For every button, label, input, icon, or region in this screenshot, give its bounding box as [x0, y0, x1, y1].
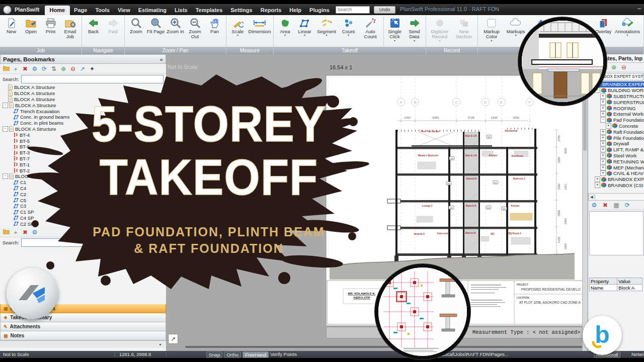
canvas-hscrollbar[interactable] [185, 346, 583, 348]
spacer[interactable] [3, 85, 7, 89]
plus-icon[interactable]: ＋ [12, 66, 19, 72]
template-tree-item[interactable]: +SUBSTRUCTURE [588, 94, 644, 100]
menu-reports[interactable]: Reports [257, 5, 286, 15]
menu-page[interactable]: Page [70, 5, 91, 15]
template-tree-item[interactable]: +Drywall [588, 141, 644, 147]
plus-icon[interactable]: ＋ [12, 229, 19, 235]
spacer[interactable] [8, 222, 13, 226]
menu-settings[interactable]: Settings [226, 5, 256, 15]
expand-icon[interactable]: + [595, 183, 600, 188]
spacer[interactable] [8, 198, 13, 203]
panel-tab-notes[interactable]: ▣Notes [0, 331, 166, 340]
annotations-button[interactable]: Annotations▾ [615, 16, 639, 47]
menu-templates[interactable]: Templates [192, 5, 227, 15]
expand-icon[interactable]: + [600, 170, 606, 176]
send-data-button[interactable]: Send Data▾ [405, 16, 424, 47]
export-icon[interactable]: ↗ [79, 66, 86, 72]
expand-icon[interactable]: + [600, 129, 606, 135]
expand-icon[interactable]: + [600, 100, 606, 105]
dimension-button[interactable]: Dimension [248, 16, 272, 47]
count-button[interactable]: Count▾ [339, 16, 358, 47]
pan-corner-button[interactable]: ↗ [168, 334, 178, 344]
folder-icon[interactable] [3, 65, 10, 72]
folder-icon[interactable] [3, 229, 10, 235]
page-tree-item[interactable]: C4 SP [2, 215, 166, 221]
menu-plugins[interactable]: Plugins [305, 5, 334, 15]
panel-tab-attachments[interactable]: ✎Attachments [0, 322, 166, 331]
zoom-out-button[interactable]: Zoom Out [185, 16, 205, 47]
expand-icon[interactable]: + [600, 94, 606, 99]
menu-lists[interactable]: Lists [171, 5, 192, 15]
new-button[interactable]: New [2, 16, 21, 47]
spacer[interactable] [8, 216, 13, 220]
spacer[interactable] [8, 115, 13, 119]
expand-icon[interactable]: + [595, 176, 600, 182]
spacer[interactable] [3, 97, 7, 102]
single-click-button[interactable]: Single Click▾ [385, 16, 405, 47]
spacer[interactable] [8, 139, 13, 143]
status-toggle-snap[interactable]: Snap [206, 351, 222, 358]
expand-icon[interactable]: + [600, 153, 606, 158]
pages-search-input[interactable] [21, 75, 164, 83]
collapse-icon[interactable]: - [3, 173, 8, 179]
scroll-left-icon[interactable]: ◀ [589, 194, 595, 200]
xcircle-icon[interactable]: ✖ [602, 202, 609, 208]
template-tree-item[interactable]: -Pad Foundation [588, 117, 644, 123]
expand-icon[interactable]: + [600, 141, 606, 146]
zoom-button[interactable]: Zoom [126, 16, 146, 47]
xcircle-icon[interactable]: ✖ [22, 66, 29, 72]
segment-button[interactable]: Segment▾ [314, 16, 339, 47]
zoom-in-button[interactable]: Zoom In [166, 16, 185, 47]
template-tree-item[interactable]: +RETAINING WALL [588, 158, 644, 164]
status-toggle-ortho[interactable]: Ortho [224, 351, 241, 358]
template-tree-item[interactable]: +SUPERSTRUCTURE [588, 99, 644, 105]
spacer[interactable] [8, 150, 13, 155]
expand-icon[interactable]: + [600, 135, 606, 141]
collapse-icon[interactable]: « [160, 56, 163, 62]
expand-icon[interactable]: + [600, 106, 606, 111]
open-button[interactable]: Open [21, 16, 41, 47]
template-tree-item[interactable]: +BRAINBOX (CSI MAS [588, 183, 644, 189]
template-tree-item[interactable]: +MEP (Mechanical [588, 164, 644, 170]
spacer[interactable] [8, 144, 13, 149]
scale-button[interactable]: Scale▾ [228, 16, 248, 47]
refresh-icon[interactable]: ⟳ [624, 202, 631, 208]
spacer[interactable] [8, 192, 13, 197]
gear-icon[interactable]: ⚙ [31, 66, 38, 72]
wand-icon[interactable]: ✦ [89, 66, 96, 72]
template-tree-item[interactable]: +CIVIL & HEAVY [588, 170, 644, 176]
spacer[interactable] [8, 180, 13, 185]
menu-estimating[interactable]: Estimating [134, 5, 171, 15]
template-tree-item[interactable]: +Steel Work [588, 153, 644, 159]
status-toggle-freehand[interactable]: FreeHand [243, 351, 269, 358]
template-tree-item[interactable]: +External Works [588, 111, 644, 117]
template-tree-item[interactable]: +BRAINBOX EXPERT [588, 176, 644, 183]
page-tree-item[interactable]: BLOCK A Structure [2, 90, 166, 97]
undo-button[interactable]: Undo [374, 6, 396, 14]
fwd-button[interactable]: Fwd [103, 16, 123, 47]
minimize-icon[interactable]: – [637, 5, 641, 12]
gear-icon[interactable]: ⚙ [31, 229, 38, 235]
property-table-row[interactable]: NameBlock A [590, 285, 642, 291]
spacer[interactable] [8, 156, 13, 161]
pluscircle-icon[interactable]: ⊕ [60, 66, 67, 72]
template-tree-item[interactable]: +LIFT, RAMP & STAIR [588, 147, 644, 153]
print-button[interactable]: Print [41, 16, 60, 47]
spacer[interactable] [8, 109, 13, 114]
template-tree-item[interactable]: +Concrete [588, 123, 644, 129]
pan-button[interactable]: Pan [205, 16, 224, 47]
expand-icon[interactable]: + [600, 165, 606, 170]
table-icon[interactable]: ▦ [613, 202, 620, 208]
template-tree-item[interactable]: +ROOFING [588, 105, 644, 111]
expand-icon[interactable]: + [600, 111, 606, 117]
right-panel-hscrollbar[interactable]: ◀ [588, 193, 644, 201]
menu-home[interactable]: Home [45, 6, 70, 15]
auto-count-button[interactable]: Auto Count [358, 16, 382, 47]
collapse-icon[interactable]: - [600, 117, 606, 123]
spacer[interactable] [8, 133, 13, 137]
menu-tools[interactable]: Tools [91, 5, 114, 15]
menu-help[interactable]: Help [285, 5, 305, 15]
spacer[interactable] [8, 121, 13, 125]
collapse-icon[interactable]: - [3, 126, 8, 132]
status-toggle-verify-points[interactable]: Verify Points [270, 351, 297, 358]
